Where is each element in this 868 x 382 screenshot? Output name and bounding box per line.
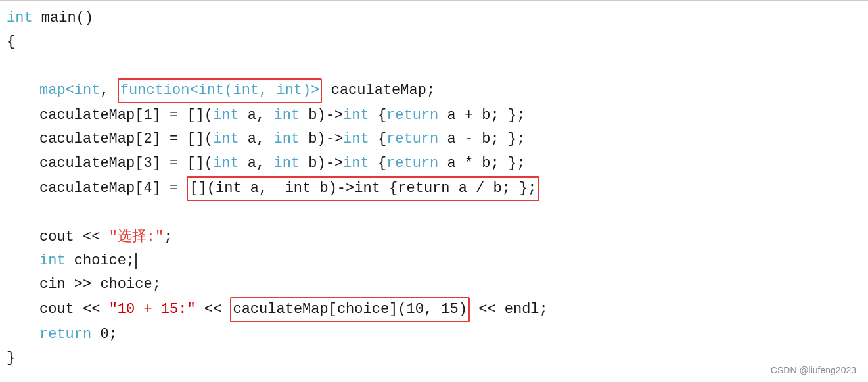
code-token: int xyxy=(343,128,369,151)
code-token: caculateMap[2] = []( xyxy=(39,128,213,151)
code-token: "10 + 15:" xyxy=(109,298,196,321)
code-token: int xyxy=(7,7,33,30)
code-token: { xyxy=(369,128,386,151)
line-cout2: cout << "10 + 15:" << caculateMap[choice… xyxy=(0,297,868,323)
code-token: { xyxy=(369,105,386,127)
line-main: int main() xyxy=(0,7,868,30)
code-token: main() xyxy=(33,7,93,30)
highlight-span: caculateMap[choice](10, 15) xyxy=(230,297,469,322)
code-token: 0; xyxy=(91,323,118,346)
code-token: b)-> xyxy=(300,105,343,127)
highlight-span: [](int a, int b)->int {return a / b; }; xyxy=(187,176,539,201)
code-token: int xyxy=(343,105,369,127)
code-token: int xyxy=(213,105,239,127)
code-token: { xyxy=(369,153,386,175)
code-token: , xyxy=(100,80,117,102)
code-token: choice; xyxy=(66,250,135,272)
line-close-brace: } xyxy=(0,346,868,370)
line-calc2: caculateMap[2] = [](int a, int b)->int {… xyxy=(0,128,868,151)
code-token: caculateMap[4] = xyxy=(39,178,187,200)
highlight-span: function<int(int, int)> xyxy=(118,78,323,103)
code-token: a + b; }; xyxy=(438,105,525,127)
line-int-choice: int choice; xyxy=(0,249,868,273)
code-token: int xyxy=(273,153,300,175)
code-token: return xyxy=(386,128,438,151)
code-token: << endl; xyxy=(470,298,548,321)
code-token: a, xyxy=(239,105,274,127)
line-calc4: caculateMap[4] = [](int a, int b)->int {… xyxy=(0,176,868,202)
code-token: a, xyxy=(239,128,274,151)
line-calc1: caculateMap[1] = [](int a, int b)->int {… xyxy=(0,104,868,128)
code-token: int xyxy=(213,153,239,175)
code-token: return xyxy=(386,105,438,127)
code-token: << xyxy=(196,298,231,321)
code-token: { xyxy=(7,31,15,53)
watermark: CSDN @liufeng2023 xyxy=(771,365,856,375)
line-cout1: cout << "选择:"; xyxy=(0,226,868,249)
code-token: caculateMap[3] = []( xyxy=(39,153,213,175)
line-map: map<int, function<int(int, int)> caculat… xyxy=(0,78,868,104)
code-token: } xyxy=(7,347,15,370)
code-token: caculateMap[1] = []( xyxy=(39,105,213,127)
code-token: int xyxy=(273,105,300,127)
line-empty1 xyxy=(0,54,868,78)
code-token: cout << xyxy=(39,298,109,321)
code-token: a * b; }; xyxy=(438,153,525,175)
code-token: a, xyxy=(239,153,274,175)
code-token: return xyxy=(39,323,91,346)
code-token: int xyxy=(343,153,369,175)
code-token: map< xyxy=(39,80,74,102)
text-cursor xyxy=(135,253,137,269)
code-token: int xyxy=(273,128,300,151)
code-container: int main(){ map<int, function<int(int, i… xyxy=(0,0,868,382)
line-cin: cin >> choice; xyxy=(0,273,868,297)
code-token: b)-> xyxy=(300,153,343,175)
code-token: int xyxy=(74,80,101,102)
code-token: int xyxy=(213,128,239,151)
line-return: return 0; xyxy=(0,323,868,346)
line-empty2 xyxy=(0,202,868,226)
line-calc3: caculateMap[3] = [](int a, int b)->int {… xyxy=(0,152,868,176)
code-token: b)-> xyxy=(300,128,343,151)
code-token: cin >> choice; xyxy=(39,274,161,296)
code-token: "选择:" xyxy=(109,226,164,249)
line-open-brace: { xyxy=(0,30,868,54)
code-token: cout << xyxy=(39,226,109,249)
code-token: return xyxy=(386,153,438,175)
code-token: caculateMap; xyxy=(322,80,435,102)
code-token: ; xyxy=(164,226,172,249)
code-token: int xyxy=(39,250,66,272)
code-token: a - b; }; xyxy=(438,128,525,151)
